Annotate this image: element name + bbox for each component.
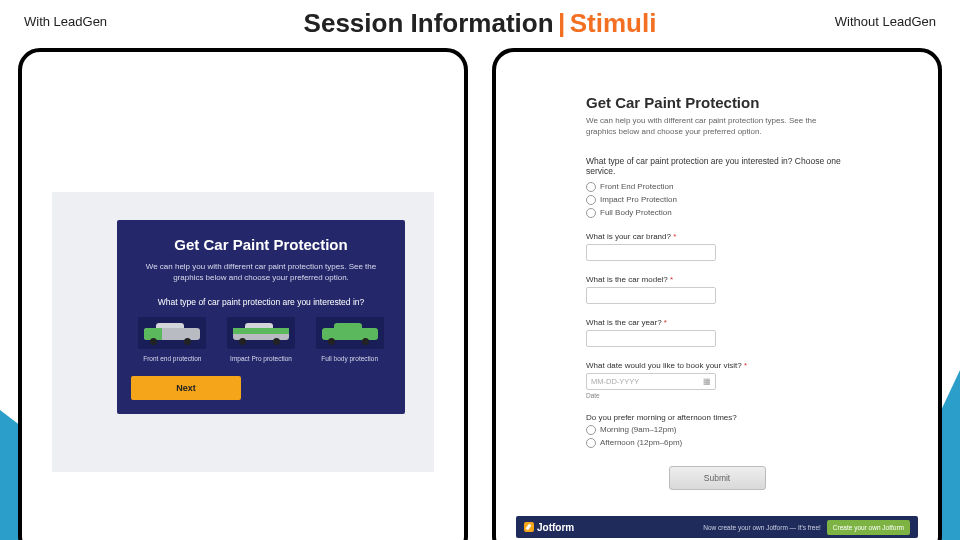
required-star: * [744,361,747,370]
leadgen-option-label: Full body protection [321,355,378,362]
car-icon-full [316,317,384,349]
input-visit-date[interactable]: MM-DD-YYYY ▦ [586,373,716,390]
input-car-brand[interactable] [586,244,716,261]
leadgen-title: Get Car Paint Protection [131,236,391,253]
leadgen-option-front[interactable]: Front end protection [131,317,214,362]
jotform-brand: Jotform [537,522,574,533]
leadgen-option-full[interactable]: Full body protection [308,317,391,362]
car-icon-impact [227,317,295,349]
jotform-form: Get Car Paint Protection We can help you… [586,94,848,490]
banner-cta-button[interactable]: Create your own Jotform [827,520,910,535]
date-placeholder: MM-DD-YYYY [591,377,639,386]
date-hint: Date [586,392,848,399]
title-separator: | [558,8,565,38]
jotform-q-protection: What type of car paint protection are yo… [586,156,848,176]
input-car-year[interactable] [586,330,716,347]
label-without-leadgen: Without LeadGen [835,14,936,29]
leadgen-option-impact[interactable]: Impact Pro protection [220,317,303,362]
radio-label: Impact Pro Protection [600,195,677,204]
radio-icon [586,182,596,192]
leadgen-option-label: Impact Pro protection [230,355,292,362]
pen-icon [524,522,534,532]
radio-label: Afternoon (12pm–6pm) [600,438,682,447]
leadgen-options: Front end protection Impact Pro protecti… [131,317,391,362]
leadgen-card: Get Car Paint Protection We can help you… [117,220,405,414]
required-star: * [673,232,676,241]
radio-label: Morning (9am–12pm) [600,425,676,434]
radio-label: Front End Protection [600,182,673,191]
leadgen-question: What type of car paint protection are yo… [131,297,391,307]
radio-icon [586,425,596,435]
car-icon-front [138,317,206,349]
jotform-desc: We can help you with different car paint… [586,116,848,138]
radio-afternoon[interactable]: Afternoon (12pm–6pm) [586,438,848,448]
radio-icon [586,195,596,205]
leadgen-option-label: Front end protection [143,355,201,362]
required-star: * [670,275,673,284]
label-car-brand: What is your car brand? * [586,232,848,241]
radio-morning[interactable]: Morning (9am–12pm) [586,425,848,435]
required-star: * [664,318,667,327]
header: With LeadGen Session Information | Stimu… [0,0,960,43]
radio-impact-pro[interactable]: Impact Pro Protection [586,195,848,205]
leadgen-subtitle: We can help you with different car paint… [131,261,391,283]
next-button[interactable]: Next [131,376,241,400]
page-title-accent: Stimuli [570,8,657,38]
jotform-logo: Jotform [524,522,574,533]
radio-full-body[interactable]: Full Body Protection [586,208,848,218]
label-time-pref: Do you prefer morning or afternoon times… [586,413,848,422]
tablet-without-leadgen: Get Car Paint Protection We can help you… [492,48,942,540]
page-title: Session Information [304,8,554,38]
tablet-with-leadgen: Get Car Paint Protection We can help you… [18,48,468,540]
label-car-year: What is the car year? * [586,318,848,327]
radio-label: Full Body Protection [600,208,672,217]
label-visit-date: What date would you like to book your vi… [586,361,848,370]
submit-button[interactable]: Submit [669,466,766,490]
label-car-model: What is the car model? * [586,275,848,284]
jotform-banner: Jotform Now create your own Jotform — It… [516,516,918,538]
calendar-icon: ▦ [703,377,711,386]
radio-icon [586,438,596,448]
radio-icon [586,208,596,218]
jotform-title: Get Car Paint Protection [586,94,848,111]
label-with-leadgen: With LeadGen [24,14,107,29]
radio-front-end[interactable]: Front End Protection [586,182,848,192]
banner-text: Now create your own Jotform — It's free! [703,524,821,531]
input-car-model[interactable] [586,287,716,304]
